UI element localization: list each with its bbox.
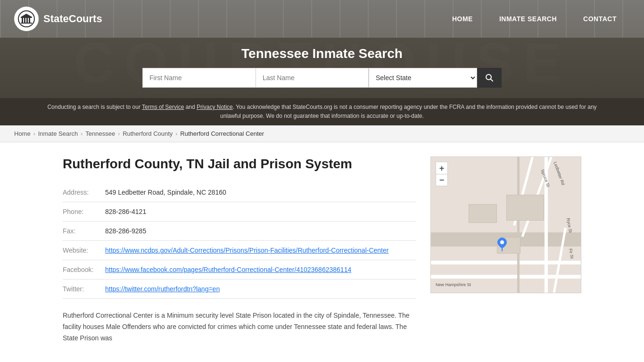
fax-label: Fax:	[63, 222, 105, 241]
map-pin	[497, 237, 507, 250]
svg-point-11	[500, 240, 504, 244]
facility-info: Rutherford County, TN Jail and Prison Sy…	[63, 156, 416, 344]
first-name-input[interactable]	[142, 68, 256, 88]
map-building-1	[469, 204, 497, 223]
svg-line-9	[491, 79, 493, 82]
facility-details-table: Address: 549 Ledbetter Road, Spindale, N…	[63, 186, 416, 299]
nav-home[interactable]: HOME	[439, 10, 486, 27]
nav-inmate-search[interactable]: INMATE SEARCH	[486, 10, 570, 27]
map-zoom-in[interactable]: +	[436, 162, 448, 174]
terms-link[interactable]: Terms of Service	[142, 104, 184, 110]
breadcrumb-inmate-search[interactable]: Inmate Search	[38, 130, 78, 137]
svg-rect-7	[21, 17, 32, 18]
facebook-row: Facebook: https://www.facebook.com/pages…	[63, 260, 416, 280]
site-header: StateCourts HOME INMATE SEARCH CONTACT	[0, 0, 644, 38]
disclaimer-text-before: Conducting a search is subject to our	[47, 104, 142, 110]
website-link[interactable]: https://www.ncdps.gov/Adult-Corrections/…	[105, 247, 388, 254]
facility-heading: Rutherford County, TN Jail and Prison Sy…	[63, 156, 416, 172]
address-label: Address:	[63, 186, 105, 202]
breadcrumb: Home › Inmate Search › Tennessee › Ruthe…	[0, 125, 644, 142]
logo-icon	[14, 7, 39, 31]
phone-row: Phone: 828-286-4121	[63, 202, 416, 222]
fax-row: Fax: 828-286-9285	[63, 222, 416, 241]
website-value: https://www.ncdps.gov/Adult-Corrections/…	[105, 241, 416, 260]
breadcrumb-sep-4: ›	[175, 131, 177, 137]
map-container: Spruce St Ledbetter Rd Ryce St Fir St Ne…	[430, 156, 581, 293]
logo-area: StateCourts	[14, 7, 102, 31]
facebook-label: Facebook:	[63, 260, 105, 280]
twitter-link[interactable]: https://twitter.com/rutherfordtn?lang=en	[105, 285, 220, 293]
svg-rect-5	[21, 23, 32, 24]
map-controls: + −	[436, 162, 448, 186]
facebook-link[interactable]: https://www.facebook.com/pages/Rutherfor…	[105, 266, 351, 273]
state-select[interactable]: Select State Alabama Alaska Arizona Arka…	[369, 68, 477, 88]
map-label-new-hampshire: New Hampshire St	[436, 282, 471, 287]
last-name-input[interactable]	[256, 68, 369, 88]
twitter-row: Twitter: https://twitter.com/rutherfordt…	[63, 280, 416, 299]
website-row: Website: https://www.ncdps.gov/Adult-Cor…	[63, 241, 416, 260]
fax-value: 828-286-9285	[105, 222, 416, 241]
main-content: Rutherford County, TN Jail and Prison Sy…	[44, 142, 600, 362]
search-icon	[485, 74, 494, 82]
map-building-2	[506, 195, 544, 221]
map-zoom-out[interactable]: −	[436, 174, 448, 186]
nav-contact[interactable]: CONTACT	[570, 10, 630, 27]
breadcrumb-current: Rutherford Correctional Center	[180, 130, 264, 137]
phone-label: Phone:	[63, 202, 105, 222]
facility-description: Rutherford Correctional Center is a Mini…	[63, 310, 416, 344]
breadcrumb-sep-3: ›	[118, 131, 120, 137]
map-area: Spruce St Ledbetter Rd Ryce St Fir St Ne…	[430, 156, 581, 344]
disclaimer: Conducting a search is subject to our Te…	[0, 98, 644, 125]
search-row: Select State Alabama Alaska Arizona Arka…	[0, 68, 644, 88]
privacy-link[interactable]: Privacy Notice	[197, 104, 233, 110]
logo-text: StateCourts	[43, 13, 102, 25]
facebook-value: https://www.facebook.com/pages/Rutherfor…	[105, 260, 416, 280]
twitter-label: Twitter:	[63, 280, 105, 299]
phone-value: 828-286-4121	[105, 202, 416, 222]
map-road-h3	[431, 275, 581, 279]
disclaimer-text-after: . You acknowledge that StateCourts.org i…	[220, 104, 597, 119]
website-label: Website:	[63, 241, 105, 260]
breadcrumb-sep-1: ›	[33, 131, 35, 137]
main-nav: HOME INMATE SEARCH CONTACT	[439, 10, 630, 27]
twitter-value: https://twitter.com/rutherfordtn?lang=en	[105, 280, 416, 299]
svg-marker-6	[21, 14, 32, 17]
breadcrumb-home[interactable]: Home	[14, 130, 31, 137]
breadcrumb-sep-2: ›	[81, 131, 83, 137]
search-button[interactable]	[477, 68, 502, 88]
address-row: Address: 549 Ledbetter Road, Spindale, N…	[63, 186, 416, 202]
breadcrumb-county[interactable]: Rutherford County	[123, 130, 173, 137]
map-road-v2	[517, 157, 520, 293]
address-value: 549 Ledbetter Road, Spindale, NC 28160	[105, 186, 416, 202]
disclaimer-and: and	[184, 104, 197, 110]
search-title: Tennessee Inmate Search	[0, 46, 644, 61]
search-banner: Tennessee Inmate Search Select State Ala…	[0, 38, 644, 98]
breadcrumb-state[interactable]: Tennessee	[85, 130, 115, 137]
